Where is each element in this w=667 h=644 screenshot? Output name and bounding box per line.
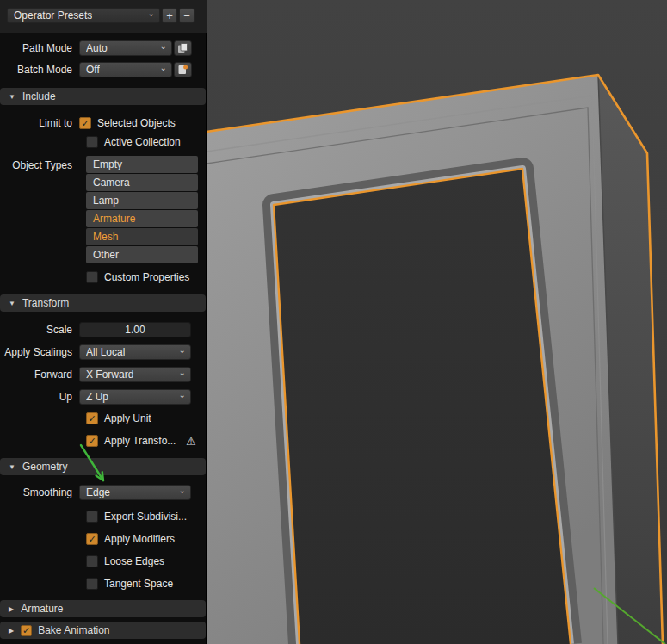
custom-properties-checkbox[interactable]: ✓ — [86, 271, 98, 283]
up-row: Up Z Up ⌄ — [0, 389, 207, 405]
smoothing-label: Smoothing — [0, 486, 79, 498]
operator-presets-row: Operator Presets ⌄ + − — [7, 8, 200, 23]
add-preset-button[interactable]: + — [162, 8, 177, 23]
up-dropdown[interactable]: Z Up ⌄ — [79, 389, 191, 405]
bake-animation-checkbox[interactable]: ✓ — [21, 625, 32, 636]
apply-modifiers-label: Apply Modifiers — [104, 533, 175, 545]
disclosure-triangle-icon: ▶ — [9, 627, 14, 635]
forward-value: X Forward — [86, 368, 133, 381]
viewport-3d[interactable] — [207, 0, 667, 644]
disclosure-triangle-icon: ▼ — [9, 463, 15, 471]
chevron-down-icon: ⌄ — [179, 486, 186, 495]
tangent-space-label: Tangent Space — [104, 578, 173, 590]
object-types-list: Empty Camera Lamp Armature Mesh Other — [86, 156, 198, 264]
scale-label: Scale — [0, 324, 79, 336]
include-section-header[interactable]: ▼ Include — [0, 88, 206, 105]
object-type-armature[interactable]: Armature — [86, 210, 198, 227]
check-icon: ✓ — [88, 414, 96, 424]
include-title: Include — [22, 90, 56, 102]
apply-modifiers-checkbox[interactable]: ✓ — [86, 533, 98, 545]
apply-unit-row: ✓ Apply Unit — [86, 411, 207, 426]
apply-unit-checkbox[interactable]: ✓ — [86, 412, 98, 424]
loose-edges-checkbox[interactable]: ✓ — [86, 555, 98, 567]
operator-presets-dropdown[interactable]: Operator Presets ⌄ — [7, 8, 160, 23]
up-value: Z Up — [86, 391, 108, 403]
operator-presets-value: Operator Presets — [14, 9, 92, 22]
batch-mode-row: Batch Mode Off ⌄ — [0, 62, 207, 77]
disclosure-triangle-icon: ▼ — [9, 93, 15, 101]
object-types-label: Object Types — [0, 159, 79, 171]
active-collection-label: Active Collection — [104, 136, 181, 148]
batch-own-dir-button[interactable] — [174, 62, 192, 77]
object-type-mesh[interactable]: Mesh — [86, 228, 198, 245]
custom-properties-row: ✓ Custom Properties — [86, 269, 207, 285]
tangent-space-row: ✓ Tangent Space — [86, 576, 207, 591]
batch-mode-value: Off — [86, 64, 100, 76]
selected-objects-label: Selected Objects — [97, 117, 176, 129]
export-subdivision-row: ✓ Export Subdivisi... — [86, 509, 207, 524]
forward-dropdown[interactable]: X Forward ⌄ — [79, 367, 191, 382]
object-type-empty[interactable]: Empty — [86, 156, 198, 173]
blender-export-window: Operator Presets ⌄ + − Path Mode Auto ⌄ … — [0, 0, 667, 644]
export-subdivision-label: Export Subdivisi... — [104, 511, 187, 523]
apply-scalings-value: All Local — [86, 346, 125, 358]
forward-row: Forward X Forward ⌄ — [0, 367, 207, 382]
apply-modifiers-row: ✓ Apply Modifiers — [86, 531, 207, 547]
path-mode-row: Path Mode Auto ⌄ — [0, 40, 207, 56]
limit-to-label: Limit to — [0, 117, 79, 129]
check-icon: ✓ — [81, 119, 89, 128]
custom-properties-label: Custom Properties — [104, 271, 189, 283]
check-icon: ✓ — [88, 535, 96, 544]
loose-edges-label: Loose Edges — [104, 555, 164, 567]
disclosure-triangle-icon: ▼ — [9, 300, 15, 307]
chevron-down-icon: ⌄ — [160, 42, 167, 51]
scale-row: Scale 1.00 — [0, 322, 207, 337]
warning-icon: ⚠ — [186, 435, 196, 448]
object-type-lamp[interactable]: Lamp — [86, 192, 198, 209]
batch-mode-dropdown[interactable]: Off ⌄ — [79, 62, 172, 77]
export-options-panel: Operator Presets ⌄ + − Path Mode Auto ⌄ … — [0, 0, 207, 644]
chevron-down-icon: ⌄ — [179, 368, 186, 377]
geometry-title: Geometry — [22, 461, 68, 473]
apply-scalings-label: Apply Scalings — [0, 346, 79, 358]
forward-label: Forward — [0, 368, 79, 381]
apply-scalings-dropdown[interactable]: All Local ⌄ — [79, 344, 191, 360]
object-type-camera[interactable]: Camera — [86, 174, 198, 191]
path-mode-label: Path Mode — [0, 42, 79, 54]
chevron-down-icon: ⌄ — [179, 346, 186, 355]
transform-title: Transform — [22, 297, 69, 309]
frame-mesh-object[interactable] — [207, 75, 663, 644]
disclosure-triangle-icon: ▶ — [9, 605, 14, 613]
batch-mode-label: Batch Mode — [0, 64, 79, 76]
bake-animation-section-header[interactable]: ▶ ✓ Bake Animation — [0, 622, 206, 639]
embed-textures-button[interactable] — [174, 40, 192, 56]
chevron-down-icon: ⌄ — [160, 64, 167, 72]
frame-opening — [274, 169, 571, 644]
export-subdivision-checkbox[interactable]: ✓ — [86, 511, 98, 523]
apply-scalings-row: Apply Scalings All Local ⌄ — [0, 344, 207, 360]
tangent-space-checkbox[interactable]: ✓ — [86, 578, 98, 590]
transform-section-header[interactable]: ▼ Transform — [0, 294, 206, 312]
copy-icon — [177, 43, 188, 53]
file-new-icon — [177, 65, 188, 75]
chevron-down-icon: ⌄ — [179, 391, 186, 399]
active-collection-row: ✓ Active Collection — [86, 134, 207, 150]
scale-value: 1.00 — [125, 324, 145, 336]
remove-preset-button[interactable]: − — [179, 8, 195, 23]
annotation-arrow-icon — [76, 441, 119, 491]
object-type-other[interactable]: Other — [86, 246, 198, 263]
minus-icon: − — [183, 9, 190, 22]
check-icon: ✓ — [22, 626, 30, 635]
armature-section-header[interactable]: ▶ Armature — [0, 600, 206, 617]
active-collection-checkbox[interactable]: ✓ — [86, 136, 98, 148]
plus-icon: + — [166, 9, 173, 22]
loose-edges-row: ✓ Loose Edges — [86, 554, 207, 569]
path-mode-value: Auto — [86, 42, 108, 54]
selected-objects-checkbox[interactable]: ✓ — [79, 117, 91, 129]
chevron-down-icon: ⌄ — [148, 9, 155, 18]
armature-title: Armature — [21, 603, 63, 615]
apply-unit-label: Apply Unit — [104, 412, 151, 424]
bake-animation-title: Bake Animation — [38, 624, 109, 636]
path-mode-dropdown[interactable]: Auto ⌄ — [79, 40, 172, 56]
scale-value-field[interactable]: 1.00 — [79, 322, 191, 337]
